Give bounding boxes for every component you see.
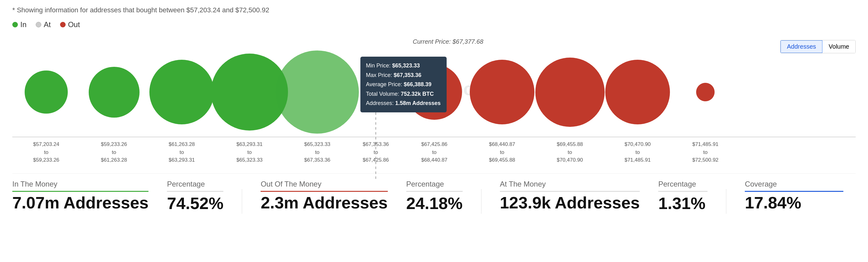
bubble-r4: [605, 60, 670, 124]
bubbles-row: Min Price: $65,323.33 Max Price: $67,353…: [12, 38, 856, 137]
price-range-labels: $57,203.24to$59,233.26 $59,233.26to$61,2…: [12, 137, 856, 164]
legend-label-in: In: [20, 20, 27, 29]
tooltip-max-price: Max Price: $67,353.36: [366, 70, 441, 80]
tooltip-addresses-label: Addresses:: [366, 100, 394, 106]
price-col-4: $63,293.31to$65,323.33: [216, 140, 283, 164]
bubble-2: [89, 67, 140, 118]
stat-percent-value-out: 24.18%: [406, 194, 463, 213]
legend-dot-red: [60, 22, 66, 27]
tooltip-max-label: Max Price:: [366, 72, 392, 78]
bubble-col-4: [216, 54, 283, 131]
tooltip-min-price: Min Price: $65,323.33: [366, 61, 441, 70]
price-col-r3: $69,455.88to$70,470.90: [536, 140, 604, 164]
tooltip-avg-value: $66,388.39: [404, 81, 432, 88]
tooltip-min-label: Min Price:: [366, 63, 391, 69]
legend-item-at: At: [36, 20, 51, 29]
stat-group-out: Out Of The Money 2.3m Addresses: [260, 180, 388, 212]
stat-label-out: Out Of The Money: [260, 180, 388, 189]
bubble-col-r3: [536, 58, 604, 127]
stat-percent-label-out: Percentage: [406, 180, 463, 189]
legend-item-out: Out: [60, 20, 80, 29]
stat-percent-value-at: 1.31%: [658, 194, 708, 213]
stat-label-in: In The Money: [12, 180, 149, 189]
tooltip-avg-label: Average Price:: [366, 81, 402, 88]
price-col-2: $59,233.26to$61,263.28: [80, 140, 148, 164]
bubble-r2: [470, 60, 534, 124]
tooltip-volume: Total Volume: 752.32k BTC: [366, 89, 441, 99]
bubble-col-r4: [604, 60, 672, 124]
stat-label-coverage-text: Coverage: [745, 180, 777, 189]
chart-area: InTheBlock Current Price: $67,377.68: [12, 38, 856, 164]
bubble-col-1: [12, 70, 80, 113]
legend-label-out: Out: [68, 20, 80, 29]
legend: In At Out: [12, 20, 856, 29]
legend-dot-gray: [36, 22, 41, 27]
tooltip-min-value: $65,323.33: [392, 63, 420, 69]
price-col-r5: $71,485.91to$72,500.92: [672, 140, 739, 164]
tooltip-avg-price: Average Price: $66,388.39: [366, 80, 441, 89]
bubble-r5: [696, 83, 715, 101]
legend-item-in: In: [12, 20, 27, 29]
stat-label-out-text: Out Of The Money: [260, 180, 321, 189]
stat-underline-at: [500, 191, 640, 192]
tooltip-addresses-value: 1.58m Addresses: [395, 100, 440, 106]
price-col-1: $57,203.24to$59,233.26: [12, 140, 80, 164]
main-container: * Showing information for addresses that…: [0, 0, 868, 220]
tooltip-volume-label: Total Volume:: [366, 91, 399, 97]
bubble-col-5: Min Price: $65,323.33 Max Price: $67,353…: [283, 51, 351, 134]
stat-label-at: At The Money: [500, 180, 640, 189]
bubble-col-r5: [672, 83, 739, 101]
legend-label-at: At: [44, 20, 51, 29]
tooltip-addresses: Addresses: 1.58m Addresses: [366, 99, 441, 108]
stat-percent-group-at: Percentage 1.31%: [658, 180, 708, 213]
price-col-r1: $67,425.86to$68,440.87: [400, 140, 468, 164]
price-col-r4: $70,470.90to$71,485.91: [604, 140, 672, 164]
stat-value-at: 123.9k Addresses: [500, 194, 640, 212]
bubble-1: [25, 70, 68, 113]
divider-2: [481, 189, 482, 214]
stat-underline-in: [12, 191, 149, 192]
stat-underline-out: [260, 191, 388, 192]
stat-percent-label-in: Percentage: [167, 180, 223, 189]
info-text: * Showing information for addresses that…: [12, 6, 856, 14]
bubble-5: [276, 51, 359, 134]
stat-underline-coverage: [745, 191, 843, 192]
stat-label-coverage: Coverage: [745, 180, 843, 189]
divider-1: [242, 189, 242, 214]
price-col-3: $61,263.28to$63,293.31: [148, 140, 216, 164]
price-col-5: $65,323.33to$67,353.36: [283, 140, 351, 164]
stat-percent-group-in: Percentage 74.52%: [167, 180, 223, 213]
stat-value-coverage: 17.84%: [745, 194, 843, 212]
stat-label-in-text: In The Money: [12, 180, 57, 189]
stat-percent-value-in: 74.52%: [167, 194, 223, 213]
bubble-r3: [535, 58, 604, 127]
bubble-col-2: [80, 67, 148, 118]
price-col-r2: $68,440.87to$69,455.88: [468, 140, 536, 164]
stat-group-at: At The Money 123.9k Addresses: [500, 180, 640, 212]
tooltip-max-value: $67,353.36: [394, 72, 422, 78]
stat-group-coverage: Coverage 17.84%: [745, 180, 843, 212]
stat-percent-label-at: Percentage: [658, 180, 708, 189]
stat-percent-group-out: Percentage 24.18%: [406, 180, 463, 213]
legend-dot-green: [12, 22, 18, 27]
bubble-col-r2: [468, 60, 536, 124]
divider-3: [726, 189, 726, 214]
stat-group-in: In The Money 7.07m Addresses: [12, 180, 149, 212]
stat-label-at-text: At The Money: [500, 180, 546, 189]
bubble-col-3: [148, 60, 216, 124]
bubble-3: [149, 60, 214, 124]
tooltip-volume-value: 752.32k BTC: [401, 91, 434, 97]
tooltip-box: Min Price: $65,323.33 Max Price: $67,353…: [361, 57, 446, 112]
stats-section: In The Money 7.07m Addresses Percentage …: [12, 173, 856, 214]
stat-value-out: 2.3m Addresses: [260, 194, 388, 212]
stat-value-in: 7.07m Addresses: [12, 194, 149, 212]
